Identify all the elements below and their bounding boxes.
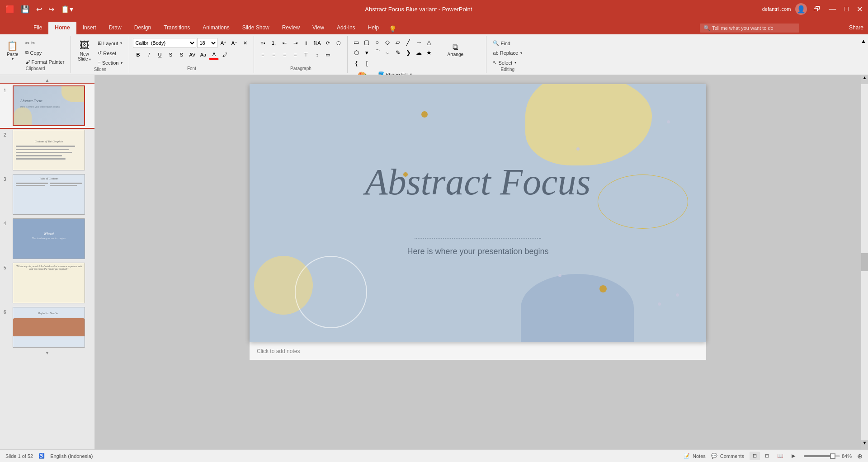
convert-button[interactable]: ⟳ [323,38,333,48]
numbering-button[interactable]: 1. [269,38,278,48]
notes-placeholder[interactable]: Click to add notes [257,348,699,354]
shape-arrow[interactable]: → [414,37,424,47]
customize-button[interactable]: 📋▾ [59,4,75,14]
line-spacing-button[interactable]: ↕ [312,50,322,60]
decrease-indent-button[interactable]: ⇤ [279,38,289,48]
slide-item-6[interactable]: 6 Maybe You Need to... [0,305,94,349]
right-scroll-down[interactable]: ▼ [861,440,868,449]
slide-item-4[interactable]: 4 Whoa! This is where your section begin… [0,217,94,261]
layout-button[interactable]: ⊞ Layout▾ [95,39,125,47]
undo-button[interactable]: ↩ [34,4,44,14]
new-slide-button[interactable]: 🖼 New Slide ▾ [75,37,94,64]
find-button[interactable]: 🔍 Find [490,39,525,47]
close-button[interactable]: ✕ [855,4,864,14]
tab-file[interactable]: File [27,22,48,34]
tab-insert[interactable]: Insert [76,22,103,34]
text-shadow-button[interactable]: S [176,50,186,60]
tab-help[interactable]: Help [362,22,386,34]
shape-rounded-rect[interactable]: ▢ [362,37,372,47]
copy-button[interactable]: ⧉ Copy [23,48,67,57]
shape-curve[interactable]: ⌣ [382,47,392,57]
shape-chevron[interactable]: ❯ [403,47,413,57]
maximize-button[interactable]: □ [842,4,850,14]
shape-cloud[interactable]: ☁ [414,47,424,57]
smartart-button[interactable]: ⬡ [334,38,344,48]
case-button[interactable]: Aa [198,50,208,60]
restore-window-button[interactable]: 🗗 [811,4,822,14]
tab-animations[interactable]: Animations [196,22,236,34]
cut-button[interactable]: ✂ ✂ [23,39,67,47]
tab-transitions[interactable]: Transitions [157,22,196,34]
slide-item-2[interactable]: 2 Contents of This Template [0,128,94,172]
right-scroll-thumb[interactable] [861,253,868,271]
font-family-selector[interactable]: Calibri (Body) [133,38,196,48]
slide-item-1[interactable]: 1 Abstract Focus Here is where your pres… [0,84,94,128]
minimize-button[interactable]: — [827,4,838,14]
slide-subtitle[interactable]: Here is where your presentation begins [250,247,706,256]
language[interactable]: English (Indonesia) [50,453,93,459]
shape-pentagon[interactable]: ⬠ [351,47,361,57]
slide-main-title[interactable]: Abstract Focus [286,161,670,203]
align-right-button[interactable]: ≡ [279,50,289,60]
slide-item-3[interactable]: 3 Table of Contents [0,172,94,217]
tab-slideshow[interactable]: Slide Show [236,22,276,34]
spacing-button[interactable]: AV [187,50,197,60]
slide-item-5[interactable]: 5 "This is a quote, words full of wisdom… [0,261,94,305]
select-button[interactable]: ↖ Select▾ [490,58,525,67]
shapes-more[interactable]: ▾ [362,47,372,57]
slideshow-view-button[interactable]: ▶ [788,452,798,460]
increase-indent-button[interactable]: ⇥ [290,38,300,48]
shape-freeform[interactable]: ✎ [393,47,403,57]
align-center-button[interactable]: ≡ [269,50,278,60]
text-direction-button[interactable]: ⇅A [312,38,322,48]
shape-brace[interactable]: { [351,58,361,68]
tab-view[interactable]: View [306,22,330,34]
reset-button[interactable]: ↺ Reset [95,49,125,57]
shape-line[interactable]: ╱ [403,37,413,47]
reading-view-button[interactable]: 📖 [774,452,787,460]
comments-button-statusbar[interactable]: 💬 Comments [711,453,744,459]
font-color-button[interactable]: A [209,50,219,60]
underline-button[interactable]: U [155,50,165,60]
shape-arc[interactable]: ⌒ [372,47,382,57]
zoom-slider-thumb[interactable] [830,453,835,459]
strikethrough-button[interactable]: S [165,50,175,60]
tab-review[interactable]: Review [276,22,306,34]
italic-button[interactable]: I [144,50,154,60]
tab-draw[interactable]: Draw [103,22,128,34]
save-button[interactable]: 💾 [19,4,32,14]
zoom-slider[interactable] [804,455,840,457]
highlight-button[interactable]: 🖊 [220,50,230,60]
shape-triangle[interactable]: △ [424,37,434,47]
fit-slide-button[interactable]: ⊕ [857,453,863,460]
normal-view-button[interactable]: ⊟ [750,452,760,460]
align-left-button[interactable]: ≡ [258,50,268,60]
replace-button[interactable]: ab Replace▾ [490,49,525,57]
user-name[interactable]: defantri .com [762,6,791,12]
arrange-button[interactable]: ⧉ Arrange [444,37,467,62]
bold-button[interactable]: B [133,50,143,60]
accessibility-icon[interactable]: ♿ [38,453,45,459]
format-painter-button[interactable]: 🖌 Format Painter [23,58,67,66]
slide-sorter-button[interactable]: ⊞ [762,452,772,460]
section-button[interactable]: ≡ Section▾ [95,59,125,67]
shape-rectangle[interactable]: ▭ [351,37,361,47]
slide-panel-scroll-down[interactable]: ▼ [0,349,94,356]
shape-diamond[interactable]: ◇ [382,37,392,47]
collapse-ribbon-button[interactable]: ▲ [859,36,868,73]
tab-home[interactable]: Home [48,22,76,34]
notes-button-statusbar[interactable]: 📝 Notes [684,453,706,459]
slide-canvas[interactable]: Abstract Focus Here is where your presen… [250,84,706,342]
font-size-selector[interactable]: 18 [197,38,217,48]
slide-panel-scroll-up[interactable]: ▲ [0,77,94,84]
tab-design[interactable]: Design [128,22,157,34]
tab-addins[interactable]: Add-ins [330,22,362,34]
share-button[interactable]: Share [844,23,868,33]
text-box-button[interactable]: ▭ [323,50,333,60]
shape-bracket[interactable]: [ [362,58,372,68]
shape-circle[interactable]: ○ [372,37,382,47]
valign-button[interactable]: ⊤ [301,50,311,60]
redo-button[interactable]: ↪ [47,4,56,14]
bullets-button[interactable]: ≡• [258,38,268,48]
decrease-font-button[interactable]: A⁻ [229,38,239,48]
